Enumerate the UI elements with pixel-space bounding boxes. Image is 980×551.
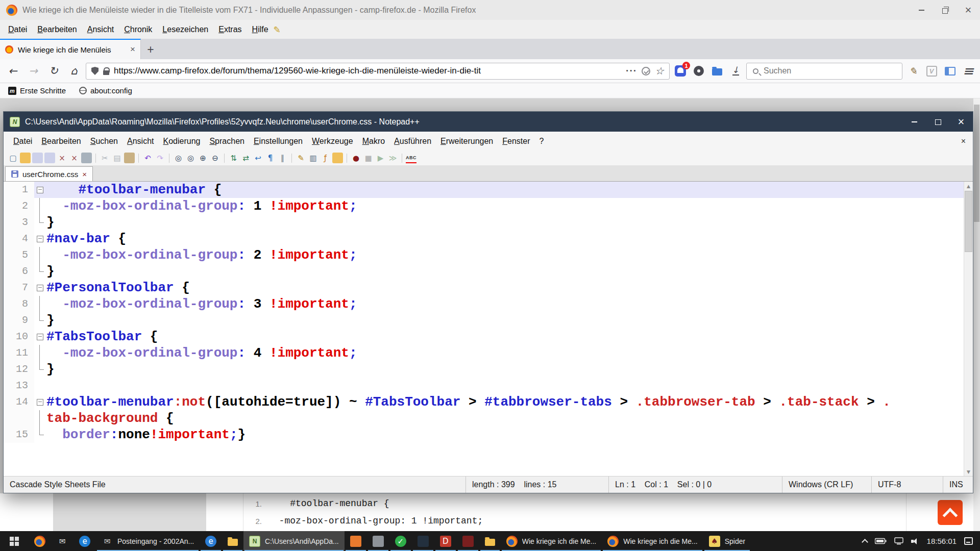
action-center-icon[interactable] bbox=[964, 537, 973, 545]
sync-scroll-h-icon[interactable]: ⇄ bbox=[240, 153, 251, 163]
task-app-orange[interactable] bbox=[345, 531, 367, 551]
task-mail[interactable]: ✉Posteingang - 2002An... bbox=[96, 531, 200, 551]
open-folder-icon[interactable] bbox=[20, 153, 31, 163]
editor-line[interactable]: 10#TabsToolbar { bbox=[4, 329, 964, 345]
scroll-up-icon[interactable] bbox=[964, 182, 973, 190]
pinned-browser-icon[interactable] bbox=[29, 531, 51, 551]
editor-line[interactable]: tab-background { bbox=[4, 410, 964, 427]
task-app-green-check[interactable]: ✓ bbox=[389, 531, 412, 551]
menu-item-suchen[interactable]: Suchen bbox=[86, 134, 122, 148]
sidebar-button[interactable] bbox=[942, 63, 958, 79]
tracking-protection-shield-icon[interactable] bbox=[91, 67, 99, 75]
menu-item-fenster[interactable]: Fenster bbox=[498, 134, 534, 148]
close-file-icon[interactable]: × bbox=[57, 153, 67, 163]
menu-item-bearbeiten[interactable]: Bearbeiten bbox=[37, 134, 85, 148]
task-edge[interactable]: e bbox=[200, 531, 222, 551]
bookmark-erste-schritte[interactable]: Erste Schritte bbox=[8, 86, 66, 95]
task-spider[interactable]: ♠Spider bbox=[703, 531, 751, 551]
copy-icon[interactable]: ▤ bbox=[112, 153, 122, 163]
status-eol-format[interactable]: Windows (CR LF) bbox=[782, 477, 872, 493]
minimize-button[interactable] bbox=[902, 112, 926, 132]
status-insert-mode[interactable]: INS bbox=[943, 477, 973, 493]
network-icon[interactable] bbox=[894, 537, 903, 545]
task-app-gray[interactable] bbox=[367, 531, 389, 551]
menu-item-?[interactable]: ? bbox=[534, 134, 548, 148]
task-firefox-1[interactable]: Wie kriege ich die Me... bbox=[501, 531, 602, 551]
menu-item-lesezeichen[interactable]: Lesezeichen bbox=[157, 22, 213, 37]
menu-close-icon[interactable] bbox=[961, 137, 968, 146]
redo-icon[interactable]: ↷ bbox=[155, 153, 165, 163]
editor-line[interactable]: 4#nav-bar { bbox=[4, 231, 964, 247]
replace-icon[interactable]: ◎ bbox=[185, 153, 196, 163]
page-scrollbar[interactable] bbox=[973, 98, 980, 531]
sync-scroll-v-icon[interactable]: ⇅ bbox=[228, 153, 239, 163]
menu-item-ansicht[interactable]: Ansicht bbox=[82, 22, 119, 37]
forward-button[interactable] bbox=[24, 62, 42, 80]
show-all-chars-icon[interactable]: ¶ bbox=[265, 153, 276, 163]
word-wrap-icon[interactable]: ↩ bbox=[253, 153, 263, 163]
tray-expand-icon[interactable] bbox=[862, 539, 868, 545]
home-button[interactable] bbox=[65, 62, 83, 80]
document-tab-close-icon[interactable] bbox=[82, 170, 87, 179]
editor-line[interactable]: 5 -moz-box-ordinal-group: 2 !important; bbox=[4, 247, 964, 263]
fold-marker[interactable] bbox=[34, 394, 46, 410]
bookmark-about-config[interactable]: about:config bbox=[79, 86, 132, 95]
fold-marker[interactable] bbox=[34, 280, 46, 296]
folder-extension-button[interactable] bbox=[709, 63, 725, 79]
editor-scrollbar[interactable] bbox=[964, 182, 973, 476]
menu-item-erweiterungen[interactable]: Erweiterungen bbox=[436, 134, 498, 148]
editor-line[interactable]: 11 -moz-box-ordinal-group: 4 !important; bbox=[4, 345, 964, 361]
save-all-icon[interactable] bbox=[44, 153, 55, 163]
task-app-folders[interactable] bbox=[479, 531, 501, 551]
notepadpp-titlebar[interactable]: C:\Users\Andi\AppData\Roaming\Mozilla\Fi… bbox=[4, 112, 973, 132]
close-button[interactable] bbox=[957, 0, 980, 20]
scroll-to-top-button[interactable] bbox=[938, 500, 963, 525]
minimize-button[interactable] bbox=[910, 0, 933, 20]
task-app-maroon[interactable] bbox=[457, 531, 479, 551]
editor-line[interactable]: 7#PersonalToolbar { bbox=[4, 280, 964, 296]
volume-icon[interactable] bbox=[911, 538, 919, 545]
folder-workspace-icon[interactable] bbox=[332, 153, 343, 163]
menu-item-ansicht[interactable]: Ansicht bbox=[122, 134, 158, 148]
new-tab-button[interactable]: + bbox=[141, 40, 160, 59]
menu-item-datei[interactable]: Datei bbox=[9, 134, 37, 148]
clock[interactable]: 18:56:01 bbox=[927, 537, 957, 545]
menu-item-kodierung[interactable]: Kodierung bbox=[158, 134, 205, 148]
firefox-titlebar[interactable]: Wie kriege ich die Menüleiste wieder in … bbox=[0, 0, 980, 20]
page-scrollbar-thumb[interactable] bbox=[974, 105, 979, 222]
menu-item-ausfhren[interactable]: Ausführen bbox=[389, 134, 436, 148]
menu-item-chronik[interactable]: Chronik bbox=[119, 22, 157, 37]
task-app-dark[interactable] bbox=[412, 531, 434, 551]
reload-button[interactable] bbox=[45, 62, 62, 80]
tab-active[interactable]: Wie kriege ich die Menüleis bbox=[0, 39, 141, 59]
back-button[interactable] bbox=[4, 62, 21, 80]
spell-check-icon[interactable]: ABC bbox=[406, 153, 416, 163]
editor-line[interactable]: 15 border:none!important;} bbox=[4, 427, 964, 443]
save-file-icon[interactable] bbox=[32, 153, 43, 163]
lock-icon[interactable] bbox=[103, 70, 109, 75]
menu-item-datei[interactable]: Datei bbox=[3, 22, 32, 37]
indent-guide-icon[interactable]: ∥ bbox=[277, 153, 288, 163]
start-button[interactable] bbox=[0, 531, 29, 551]
notes-pencil-icon[interactable] bbox=[274, 24, 281, 35]
status-encoding[interactable]: UTF-8 bbox=[872, 477, 943, 493]
cut-icon[interactable]: ✂ bbox=[100, 153, 110, 163]
editor-line[interactable]: 6} bbox=[4, 263, 964, 280]
url-bar[interactable]: https://www.camp-firefox.de/forum/thema/… bbox=[86, 63, 670, 80]
menu-item-makro[interactable]: Makro bbox=[358, 134, 389, 148]
menu-item-einstellungen[interactable]: Einstellungen bbox=[249, 134, 307, 148]
stop-macro-icon[interactable]: ■ bbox=[363, 153, 374, 163]
fold-marker[interactable] bbox=[34, 231, 46, 247]
pocket-icon[interactable] bbox=[642, 67, 650, 76]
editor-line[interactable]: 14#toolbar-menubar:not([autohide=true]) … bbox=[4, 394, 964, 410]
app-menu-button[interactable] bbox=[961, 63, 976, 79]
edit-extension-button[interactable] bbox=[905, 63, 921, 79]
maximize-button[interactable] bbox=[926, 112, 949, 132]
close-button[interactable] bbox=[949, 112, 973, 132]
close-all-icon[interactable]: × bbox=[69, 153, 80, 163]
doc-map-icon[interactable]: ▥ bbox=[308, 153, 318, 163]
ghostery-extension-button[interactable]: 1 bbox=[673, 63, 688, 79]
editor-line[interactable]: 1 #toolbar-menubar { bbox=[4, 182, 964, 198]
undo-icon[interactable]: ↶ bbox=[142, 153, 153, 163]
user-lang-icon[interactable]: ✎ bbox=[296, 153, 306, 163]
